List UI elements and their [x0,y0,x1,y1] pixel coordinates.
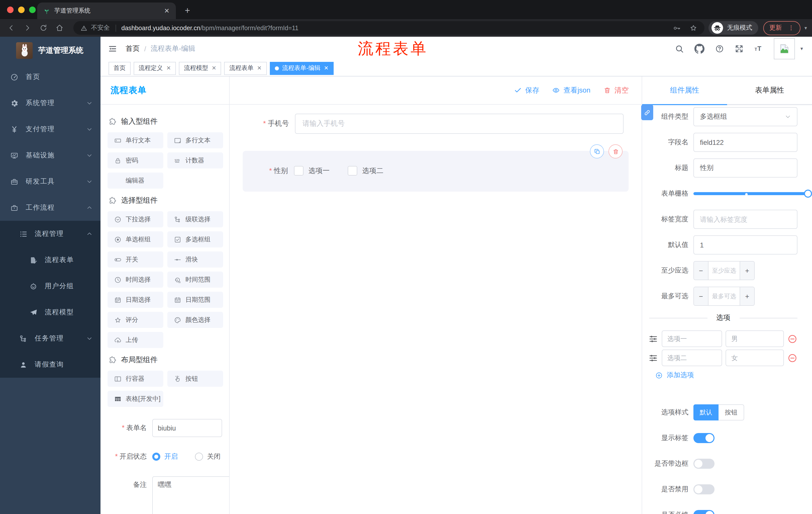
sidebar-item-system[interactable]: 系统管理 [0,90,100,116]
tag-process-form-edit[interactable]: 流程表单-编辑✕ [269,62,334,75]
option-2-value-input[interactable] [726,350,784,366]
close-icon[interactable]: ✕ [166,65,171,72]
option-1-label-input[interactable] [662,330,722,347]
sidebar-item-process-mgmt[interactable]: 流程管理 [0,221,100,247]
tag-process-definition[interactable]: 流程定义✕ [134,62,176,75]
bookmark-star-icon[interactable] [689,24,697,32]
window-controls[interactable] [7,6,36,13]
form-grid-slider[interactable] [693,190,808,198]
default-value-input[interactable] [693,235,798,254]
close-icon[interactable]: ✕ [257,65,262,72]
increase-button[interactable]: + [740,262,754,280]
component-date-picker[interactable]: 日期选择 [108,292,163,308]
duplicate-field-button[interactable] [590,144,604,158]
menu-dots-icon[interactable] [788,25,794,31]
sidebar-item-home[interactable]: 首页 [0,64,100,90]
component-row-container[interactable]: 行容器 [108,371,163,387]
component-time-range[interactable]: 时间范围 [167,272,223,288]
checkbox-icon[interactable] [294,166,303,175]
sidebar-item-task-mgmt[interactable]: 任务管理 [0,325,100,352]
maximize-window-button[interactable] [29,6,36,13]
back-icon[interactable] [7,22,19,34]
sidebar-item-user-group[interactable]: 用户分组 [0,273,100,299]
min-checked-stepper[interactable]: − 至少应选 + [693,261,755,280]
sidebar-item-process-model[interactable]: 流程模型 [0,299,100,325]
browser-tab[interactable]: 芋道管理系统 ✕ [37,2,176,19]
component-type-select[interactable]: 多选框组 [693,107,798,126]
tab-form-props[interactable]: 表单属性 [727,77,812,104]
tag-process-form[interactable]: 流程表单✕ [224,62,266,75]
avatar[interactable] [774,38,795,59]
component-button[interactable]: 按钮 [167,371,223,387]
tab-close-icon[interactable]: ✕ [163,7,171,15]
component-checkbox-group[interactable]: 多选框组 [167,231,223,247]
component-rate[interactable]: 评分 [108,312,163,328]
link-icon[interactable] [641,105,653,120]
gender-option-1[interactable]: 选项一 [294,166,330,175]
phone-field-row[interactable]: 手机号 请输入手机号 [237,114,624,134]
component-upload[interactable]: 上传 [108,332,163,348]
phone-input[interactable]: 请输入手机号 [295,114,624,134]
component-color-picker[interactable]: 颜色选择 [167,312,223,328]
remove-option-icon[interactable] [787,334,798,344]
style-default-button[interactable]: 默认 [693,404,719,421]
drag-handle-icon[interactable] [648,334,658,344]
new-tab-button[interactable]: + [181,5,194,16]
tab-component-props[interactable]: 组件属性 [642,77,727,104]
hamburger-icon[interactable] [108,44,118,54]
view-json-button[interactable]: 查看json [552,86,590,95]
close-icon[interactable]: ✕ [211,65,216,72]
form-remark-textarea[interactable]: 嘿嘿 [152,476,229,514]
required-toggle[interactable] [693,510,715,514]
remove-option-icon[interactable] [787,353,798,363]
forward-icon[interactable] [23,22,35,34]
sidebar-item-devtools[interactable]: 研发工具 [0,168,100,195]
radio-off[interactable] [195,453,203,461]
component-cascader[interactable]: 级联选择 [167,211,223,227]
component-time-picker[interactable]: 时间选择 [108,272,163,288]
disabled-toggle[interactable] [693,484,715,494]
with-border-toggle[interactable] [693,459,715,469]
option-2-label-input[interactable] [662,350,722,366]
url-field[interactable]: 不安全 dashboard.yudao.iocoder.cn/bpm/manag… [74,21,704,35]
form-name-input[interactable] [152,419,222,437]
title-input[interactable] [693,158,798,178]
radio-on-label[interactable]: 开启 [164,448,178,465]
style-button-button[interactable]: 按钮 [719,404,744,421]
font-size-icon[interactable]: TT [754,44,763,53]
fullscreen-icon[interactable] [735,44,744,53]
password-key-icon[interactable] [673,24,681,32]
sidebar-item-payment[interactable]: 支付管理 [0,116,100,142]
component-switch[interactable]: 开关 [108,251,163,268]
decrease-button[interactable]: − [694,287,708,305]
reload-icon[interactable] [39,22,51,34]
sidebar-item-process-form[interactable]: 流程表单 [0,247,100,273]
app-logo[interactable]: 芋道管理系统 [0,37,100,64]
component-slider[interactable]: 滑块 [167,251,223,268]
radio-off-label[interactable]: 关闭 [207,448,221,465]
avatar-caret-icon[interactable]: ▾ [801,46,803,51]
add-option-button[interactable]: 添加选项 [655,369,798,381]
gender-option-2[interactable]: 选项二 [348,166,383,175]
slider-track[interactable] [693,192,808,195]
component-editor[interactable]: 编辑器 [108,172,163,189]
option-1-value-input[interactable] [726,330,784,347]
show-label-toggle[interactable] [693,433,715,443]
help-icon[interactable] [715,44,724,53]
clear-button[interactable]: 清空 [604,86,629,95]
selected-gender-field[interactable]: 性别 选项一 选项二 [243,151,629,192]
component-select[interactable]: 下拉选择 [108,211,163,227]
delete-field-button[interactable] [609,144,622,158]
browser-update-button[interactable]: 更新 [763,21,801,35]
component-multi-text[interactable]: 多行文本 [167,132,223,148]
sidebar-item-leave-query[interactable]: 请假查询 [0,352,100,378]
slider-handle[interactable] [804,190,812,198]
sidebar-item-workflow[interactable]: 工作流程 [0,195,100,221]
breadcrumb-home[interactable]: 首页 [126,44,140,53]
component-single-text[interactable]: 单行文本 [108,132,163,148]
home-icon[interactable] [55,22,67,34]
save-button[interactable]: 保存 [514,86,540,95]
checkbox-icon[interactable] [348,166,357,175]
component-radio-group[interactable]: 单选框组 [108,231,163,247]
search-icon[interactable] [675,44,684,53]
